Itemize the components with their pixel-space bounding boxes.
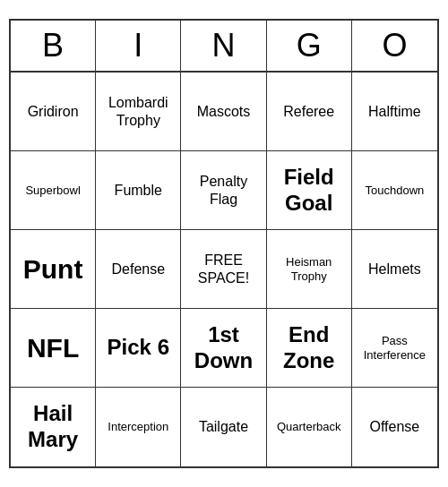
cell-label: Punt [23, 253, 83, 286]
cell-label: Fumble [115, 182, 162, 199]
cell-label: Defense [111, 261, 165, 278]
bingo-cell: Gridiron [11, 73, 96, 151]
bingo-cell: Fumble [96, 151, 181, 230]
bingo-letter: I [96, 21, 181, 71]
bingo-cell: Quarterback [267, 388, 352, 466]
cell-label: Pick 6 [108, 335, 169, 361]
cell-label: Helmets [368, 261, 421, 278]
bingo-cell: Interception [96, 388, 181, 466]
bingo-cell: Mascots [181, 73, 266, 151]
bingo-cell: Penalty Flag [181, 151, 266, 230]
bingo-cell: Field Goal [267, 151, 352, 230]
bingo-cell: Heisman Trophy [267, 230, 352, 309]
cell-label: Field Goal [271, 165, 348, 217]
cell-label: Offense [370, 418, 420, 435]
cell-label: Touchdown [366, 184, 425, 198]
bingo-cell: Punt [11, 230, 96, 309]
cell-label: Gridiron [28, 103, 79, 120]
bingo-cell: Lombardi Trophy [96, 73, 181, 151]
bingo-cell: Offense [352, 388, 437, 466]
bingo-cell: Helmets [352, 230, 437, 309]
bingo-letter: B [11, 21, 96, 71]
cell-label: Lombardi Trophy [99, 94, 177, 128]
cell-label: FREE SPACE! [185, 252, 262, 286]
cell-label: Interception [108, 420, 168, 434]
cell-label: Pass Interference [356, 334, 434, 362]
bingo-letter: O [352, 21, 437, 71]
bingo-cell: Tailgate [181, 388, 266, 466]
bingo-cell: Pick 6 [96, 309, 181, 388]
bingo-cell: Pass Interference [352, 309, 437, 388]
cell-label: Quarterback [277, 420, 341, 434]
bingo-cell: Halftime [352, 73, 437, 151]
bingo-cell: FREE SPACE! [181, 230, 266, 309]
bingo-cell: Hail Mary [11, 388, 96, 466]
cell-label: Superbowl [25, 184, 80, 198]
bingo-cell: Touchdown [352, 151, 437, 230]
cell-label: Tailgate [199, 418, 248, 435]
bingo-letter: N [181, 21, 266, 71]
bingo-header: BINGO [11, 21, 437, 73]
bingo-letter: G [267, 21, 352, 71]
bingo-cell: Defense [96, 230, 181, 309]
cell-label: Halftime [368, 103, 421, 120]
bingo-card: BINGO GridironLombardi TrophyMascotsRefe… [9, 19, 439, 468]
cell-label: NFL [27, 332, 79, 364]
bingo-cell: 1st Down [181, 309, 266, 388]
bingo-cell: NFL [11, 309, 96, 388]
cell-label: Hail Mary [14, 401, 91, 453]
bingo-cell: Superbowl [11, 151, 96, 230]
bingo-grid: GridironLombardi TrophyMascotsRefereeHal… [11, 73, 437, 466]
cell-label: Heisman Trophy [271, 255, 348, 283]
cell-label: 1st Down [185, 322, 262, 374]
cell-label: End Zone [271, 322, 348, 374]
cell-label: Penalty Flag [185, 173, 262, 207]
bingo-cell: Referee [267, 73, 352, 151]
bingo-cell: End Zone [267, 309, 352, 388]
cell-label: Referee [283, 103, 334, 120]
cell-label: Mascots [197, 103, 251, 120]
